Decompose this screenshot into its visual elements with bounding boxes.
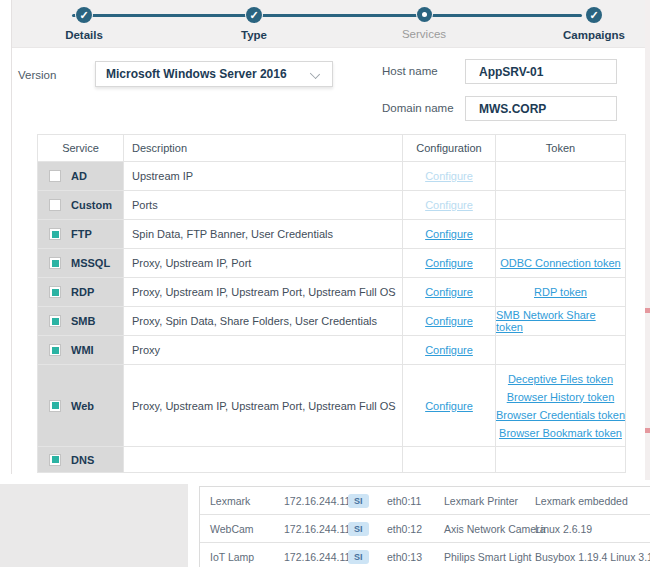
checkbox-checked-mark bbox=[52, 456, 59, 463]
service-checkbox[interactable] bbox=[49, 454, 61, 466]
header-description: Description bbox=[124, 135, 403, 162]
device-os: Linux 2.6.19 bbox=[535, 523, 592, 535]
version-dropdown[interactable]: Microsoft Windows Server 2016 bbox=[95, 61, 333, 87]
service-checkbox[interactable] bbox=[49, 170, 61, 182]
service-row-smb: SMBProxy, Spin Data, Share Folders, User… bbox=[38, 307, 626, 336]
service-description: Ports bbox=[124, 191, 403, 220]
service-cell: Custom bbox=[38, 191, 124, 220]
configuration-cell: Configure bbox=[403, 162, 496, 191]
service-cell: Web bbox=[38, 365, 124, 447]
token-link[interactable]: RDP token bbox=[534, 286, 587, 298]
token-cell: SMB Network Share token bbox=[496, 307, 626, 336]
configure-link[interactable]: Configure bbox=[425, 400, 473, 412]
services-table: Service Description Configuration Token … bbox=[37, 134, 626, 473]
step-current-dot-icon bbox=[417, 7, 432, 22]
service-cell: SMB bbox=[38, 307, 124, 336]
token-link[interactable]: Browser Bookmark token bbox=[499, 427, 622, 439]
service-description: Proxy, Upstream IP, Port bbox=[124, 249, 403, 278]
service-cell: MSSQL bbox=[38, 249, 124, 278]
service-name: MSSQL bbox=[71, 257, 110, 269]
configure-link[interactable]: Configure bbox=[425, 286, 473, 298]
service-row-custom: CustomPortsConfigure bbox=[38, 191, 626, 220]
service-name: Custom bbox=[71, 199, 112, 211]
service-checkbox[interactable] bbox=[49, 344, 61, 356]
services-table-body: ADUpstream IPConfigureCustomPortsConfigu… bbox=[38, 162, 626, 473]
token-cell bbox=[496, 191, 626, 220]
token-link[interactable]: SMB Network Share token bbox=[496, 309, 625, 333]
service-cell: RDP bbox=[38, 278, 124, 307]
configuration-cell: Configure bbox=[403, 249, 496, 278]
configuration-cell: Configure bbox=[403, 365, 496, 447]
token-link[interactable]: Browser History token bbox=[507, 391, 615, 403]
service-name: DNS bbox=[71, 454, 94, 466]
token-link[interactable]: Browser Credentials token bbox=[496, 409, 625, 421]
device-row[interactable]: WebCam172.16.244.112SIeth0:12Axis Networ… bbox=[200, 515, 650, 543]
service-description: Proxy, Spin Data, Share Folders, User Cr… bbox=[124, 307, 403, 336]
configuration-cell: Configure bbox=[403, 278, 496, 307]
checkbox-checked-mark bbox=[52, 318, 59, 325]
scrollbar-mark bbox=[645, 308, 650, 313]
version-label: Version bbox=[18, 69, 56, 81]
checkbox-checked-mark bbox=[52, 260, 59, 267]
wizard-stepper: ✓ Details ✓ Type Services ✓ Campaigns bbox=[12, 0, 650, 48]
step-details[interactable]: ✓ Details bbox=[24, 7, 144, 41]
service-cell: AD bbox=[38, 162, 124, 191]
token-cell: ODBC Connection token bbox=[496, 249, 626, 278]
scrollbar-mark bbox=[645, 428, 650, 433]
service-checkbox[interactable] bbox=[49, 400, 61, 412]
service-name: WMI bbox=[71, 344, 94, 356]
step-type[interactable]: ✓ Type bbox=[194, 7, 314, 41]
service-row-ftp: FTPSpin Data, FTP Banner, User Credentia… bbox=[38, 220, 626, 249]
service-row-rdp: RDPProxy, Upstream IP, Upstream Port, Up… bbox=[38, 278, 626, 307]
device-name: IoT Lamp bbox=[210, 551, 254, 563]
step-label: Type bbox=[194, 29, 314, 41]
domain-name-input[interactable] bbox=[465, 96, 617, 121]
step-campaigns[interactable]: ✓ Campaigns bbox=[534, 7, 650, 41]
si-badge: SI bbox=[348, 550, 369, 564]
bottom-gray-panel bbox=[0, 484, 188, 567]
host-name-input[interactable] bbox=[465, 59, 617, 84]
configuration-cell bbox=[403, 447, 496, 473]
configuration-cell: Configure bbox=[403, 220, 496, 249]
service-checkbox[interactable] bbox=[49, 257, 61, 269]
device-os: Busybox 1.19.4 Linux 3.14 bbox=[535, 551, 650, 563]
token-link[interactable]: ODBC Connection token bbox=[500, 257, 620, 269]
si-badge: SI bbox=[348, 494, 369, 508]
service-checkbox[interactable] bbox=[49, 286, 61, 298]
device-row[interactable]: Lexmark172.16.244.111SIeth0:11Lexmark Pr… bbox=[200, 487, 650, 515]
service-cell: WMI bbox=[38, 336, 124, 365]
service-checkbox[interactable] bbox=[49, 315, 61, 327]
device-name: WebCam bbox=[210, 523, 254, 535]
service-cell: FTP bbox=[38, 220, 124, 249]
service-name: Web bbox=[71, 400, 94, 412]
service-description: Proxy bbox=[124, 336, 403, 365]
device-interface: eth0:13 bbox=[387, 551, 422, 563]
token-cell bbox=[496, 220, 626, 249]
si-badge: SI bbox=[348, 522, 369, 536]
scrollbar[interactable] bbox=[645, 0, 650, 480]
service-name: AD bbox=[71, 170, 87, 182]
step-label: Services bbox=[364, 28, 484, 40]
checkbox-checked-mark bbox=[52, 347, 59, 354]
step-completed-check-icon: ✓ bbox=[246, 7, 262, 23]
service-row-wmi: WMIProxyConfigure bbox=[38, 336, 626, 365]
device-os: Lexmark embedded bbox=[535, 495, 628, 507]
configure-link[interactable]: Configure bbox=[425, 257, 473, 269]
device-interface: eth0:11 bbox=[387, 495, 421, 507]
device-type: Axis Network Camera bbox=[444, 523, 546, 535]
configure-link[interactable]: Configure bbox=[425, 344, 473, 356]
service-cell: DNS bbox=[38, 447, 124, 473]
chevron-down-icon bbox=[310, 69, 320, 79]
service-name: SMB bbox=[71, 315, 95, 327]
device-name: Lexmark bbox=[210, 495, 250, 507]
device-row[interactable]: IoT Lamp172.16.244.113SIeth0:13Philips S… bbox=[200, 543, 650, 567]
service-checkbox[interactable] bbox=[49, 199, 61, 211]
token-link[interactable]: Deceptive Files token bbox=[508, 373, 613, 385]
service-checkbox[interactable] bbox=[49, 228, 61, 240]
configure-link[interactable]: Configure bbox=[425, 228, 473, 240]
step-services[interactable]: Services bbox=[364, 7, 484, 40]
stepper-connector-line bbox=[72, 14, 582, 17]
version-dropdown-value: Microsoft Windows Server 2016 bbox=[96, 67, 310, 81]
service-description: Proxy, Upstream IP, Upstream Port, Upstr… bbox=[124, 278, 403, 307]
configure-link[interactable]: Configure bbox=[425, 315, 473, 327]
